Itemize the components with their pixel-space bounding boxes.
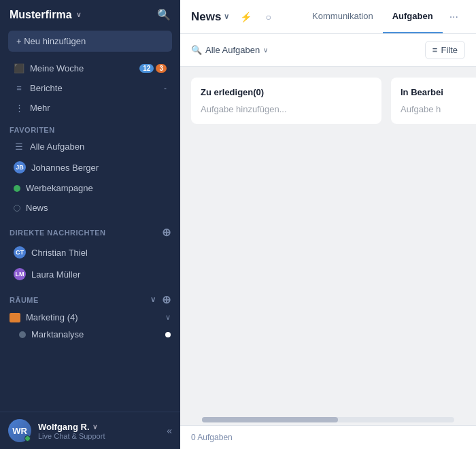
sidebar-item-marketing[interactable]: Marketing (4) ∨ xyxy=(0,309,180,326)
company-name-label: Musterfirma xyxy=(10,9,72,21)
news-dot-icon xyxy=(14,205,20,212)
favorites-label: Favoriten xyxy=(10,126,55,134)
nav-aufgaben[interactable]: Aufgaben xyxy=(383,0,443,33)
dm-section-header: Direkte Nachrichten ⊕ xyxy=(0,218,180,242)
company-name-area[interactable]: Musterfirma ∨ xyxy=(10,9,81,21)
filter-button[interactable]: ≡ Filte xyxy=(425,41,465,59)
werbekampagne-label: Werbekampagne xyxy=(26,183,167,193)
sidebar-item-alle-aufgaben[interactable]: ☰ Alle Aufgaben xyxy=(4,137,176,156)
marketing-label: Marketing (4) xyxy=(26,312,78,322)
channel-title-text: News xyxy=(191,10,221,24)
user-chevron-icon: ∨ xyxy=(92,423,97,431)
main-header: News ∨ ⚡ ○ Kommunikation Aufgaben ··· xyxy=(180,0,476,34)
footer-user-name: Wolfgang R. ∨ xyxy=(38,422,160,432)
filter-label: Filte xyxy=(441,45,458,55)
sidebar-search-button[interactable]: 🔍 xyxy=(157,8,171,21)
marktanalyse-label: Marktanalyse xyxy=(31,329,84,339)
rooms-chevron-icon[interactable]: ∨ xyxy=(150,295,156,304)
berichte-icon: ≡ xyxy=(14,83,24,93)
sidebar-item-news[interactable]: News xyxy=(4,199,176,217)
christian-avatar: CT xyxy=(14,246,26,259)
meine-woche-badge: 12 3 xyxy=(139,64,167,73)
johannes-avatar: JB xyxy=(14,161,26,173)
header-nav: Kommunikation Aufgaben ··· xyxy=(303,0,465,33)
sidebar-collapse-icon[interactable]: « xyxy=(167,425,172,436)
column-zu-erledigen: Zu erledigen(0) Aufgabe hinzufügen... xyxy=(191,78,381,124)
news-label: News xyxy=(26,203,167,213)
main-content: News ∨ ⚡ ○ Kommunikation Aufgaben ··· 🔍 … xyxy=(180,0,476,449)
search-icon: 🔍 xyxy=(191,45,202,55)
sidebar-item-johannes-berger[interactable]: JB Johannes Berger xyxy=(4,157,176,178)
add-dm-icon[interactable]: ⊕ xyxy=(162,226,171,239)
sidebar-item-werbekampagne[interactable]: Werbekampagne xyxy=(4,179,176,197)
tasks-board: Zu erledigen(0) Aufgabe hinzufügen... In… xyxy=(180,67,476,414)
johannes-label: Johannes Berger xyxy=(31,163,167,173)
channel-title[interactable]: News ∨ xyxy=(191,10,229,24)
sidebar-item-berichte[interactable]: ≡ Berichte - xyxy=(4,79,176,97)
sidebar-item-christian-thiel[interactable]: CT Christian Thiel xyxy=(4,242,176,263)
horizontal-scrollbar[interactable] xyxy=(202,417,454,422)
column-zu-erledigen-header: Zu erledigen(0) xyxy=(201,87,372,97)
tasks-footer: 0 Aufgaben xyxy=(180,425,476,449)
sidebar-item-marktanalyse[interactable]: Marktanalyse xyxy=(0,326,180,343)
company-chevron-icon: ∨ xyxy=(76,11,81,18)
rooms-section-header: Räume ∨ ⊕ xyxy=(0,285,180,309)
footer-user-status: Live Chat & Support xyxy=(38,432,160,440)
add-new-button[interactable]: + Neu hinzufügen xyxy=(8,31,172,52)
berichte-label: Berichte xyxy=(30,83,158,93)
add-task-zu-erledigen-button[interactable]: Aufgabe hinzufügen... xyxy=(201,104,372,114)
add-task-label: Aufgabe hinzufügen... xyxy=(201,104,287,114)
tasks-search-area[interactable]: 🔍 Alle Aufgaben ∨ xyxy=(191,45,418,55)
marktanalyse-dot-icon xyxy=(19,331,26,338)
horizontal-scrollbar-area xyxy=(180,414,476,425)
christian-label: Christian Thiel xyxy=(31,248,167,258)
activity-icon-button[interactable]: ⚡ xyxy=(237,9,254,25)
column-in-bearbeitung: In Bearbei Aufgabe h xyxy=(391,78,476,124)
marktanalyse-notification-dot xyxy=(165,332,171,337)
tasks-toolbar: 🔍 Alle Aufgaben ∨ ≡ Filte xyxy=(180,34,476,67)
laura-avatar: LM xyxy=(14,268,26,280)
add-task-in-bearbeitung-label: Aufgabe h xyxy=(401,104,441,114)
online-status-dot xyxy=(24,435,31,442)
laura-label: Laura Müller xyxy=(31,269,167,280)
header-more-button[interactable]: ··· xyxy=(443,0,465,33)
favorites-section-header: Favoriten xyxy=(0,118,180,137)
badge-num-orange: 3 xyxy=(156,64,167,73)
berichte-badge: - xyxy=(164,84,167,93)
dm-label: Direkte Nachrichten xyxy=(10,229,106,237)
add-room-icon[interactable]: ⊕ xyxy=(162,293,171,306)
sidebar-item-mehr[interactable]: ⋮ Mehr xyxy=(4,99,176,117)
folder-icon xyxy=(10,313,20,322)
mehr-icon: ⋮ xyxy=(14,103,24,113)
marketing-expand-icon[interactable]: ∨ xyxy=(165,313,171,322)
alle-aufgaben-label: Alle Aufgaben xyxy=(30,142,167,152)
rooms-label: Räume xyxy=(10,296,39,304)
sidebar-item-laura-mueller[interactable]: LM Laura Müller xyxy=(4,264,176,284)
scrollbar-thumb[interactable] xyxy=(202,417,338,422)
list-icon: ☰ xyxy=(14,142,24,152)
badge-num-blue: 12 xyxy=(139,64,154,73)
filter-icon: ≡ xyxy=(432,45,438,55)
column-in-bearbeitung-header: In Bearbei xyxy=(401,87,476,97)
calendar-icon: ⬛ xyxy=(14,63,24,73)
add-task-in-bearbeitung-button[interactable]: Aufgabe h xyxy=(401,104,476,114)
werbekampagne-dot-icon xyxy=(14,185,20,192)
tasks-dropdown-icon[interactable]: ∨ xyxy=(263,46,268,54)
circle-icon-button[interactable]: ○ xyxy=(262,9,273,25)
sidebar-item-meine-woche[interactable]: ⬛ Meine Woche 12 3 xyxy=(4,59,176,78)
sidebar-footer[interactable]: WR Wolfgang R. ∨ Live Chat & Support « xyxy=(0,412,180,449)
task-count-label: 0 Aufgaben xyxy=(191,433,233,442)
add-new-label: + Neu hinzufügen xyxy=(16,36,86,46)
sidebar-header: Musterfirma ∨ 🔍 xyxy=(0,0,180,29)
user-avatar: WR xyxy=(8,419,31,442)
nav-kommunikation[interactable]: Kommunikation xyxy=(303,0,383,33)
tasks-filter-label: Alle Aufgaben xyxy=(205,45,260,55)
footer-user-info: Wolfgang R. ∨ Live Chat & Support xyxy=(38,422,160,440)
channel-chevron-icon: ∨ xyxy=(224,12,229,21)
sidebar: Musterfirma ∨ 🔍 + Neu hinzufügen ⬛ Meine… xyxy=(0,0,180,449)
meine-woche-label: Meine Woche xyxy=(30,63,134,73)
mehr-label: Mehr xyxy=(30,103,167,113)
